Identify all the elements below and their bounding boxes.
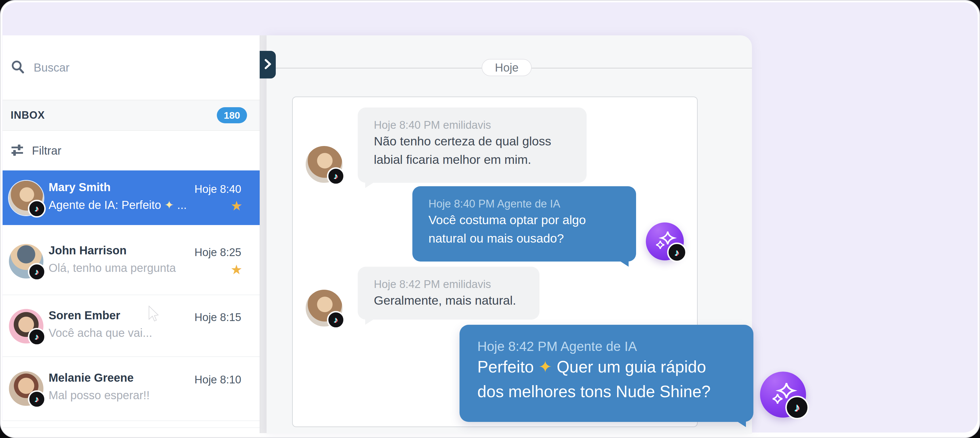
mouse-cursor bbox=[148, 306, 159, 324]
tiktok-icon: ♪ bbox=[327, 167, 345, 185]
customer-avatar: ♪ bbox=[305, 146, 342, 183]
conversation-preview: Você acha que vai... bbox=[49, 327, 260, 340]
filter-label: Filtrar bbox=[32, 144, 61, 157]
inbox-count-badge: 180 bbox=[217, 107, 247, 123]
avatar: ♪ bbox=[9, 309, 43, 343]
ai-agent-avatar: ♪ bbox=[760, 371, 806, 417]
chat-panel: Hoje ♪ Hoje 8:40 PM emilidavis Não tenho… bbox=[267, 35, 752, 434]
avatar: ♪ bbox=[9, 371, 43, 406]
message-text: Geralmente, mais natural. bbox=[374, 292, 523, 309]
message-text: dos melhores tons Nude Shine? bbox=[477, 379, 736, 403]
sparkles-icon: ✦ bbox=[164, 198, 174, 211]
sliders-icon bbox=[11, 143, 24, 158]
message-text: labial ficaria melhor em mim. bbox=[374, 151, 571, 168]
star-icon[interactable]: ★ bbox=[231, 263, 242, 276]
message-text: natural ou mais ousado? bbox=[428, 230, 620, 247]
conversation-time: Hoje 8:40 bbox=[194, 183, 241, 195]
message-text: Não tenho certeza de qual gloss bbox=[374, 132, 571, 150]
search-bar[interactable] bbox=[3, 35, 260, 100]
conversation-preview: Mal posso esperar!! bbox=[49, 389, 260, 402]
tiktok-icon: ♪ bbox=[667, 243, 687, 262]
search-icon bbox=[11, 59, 25, 76]
message-incoming-2: Hoje 8:42 PM emilidavis Geralmente, mais… bbox=[358, 267, 539, 320]
tiktok-icon: ♪ bbox=[28, 263, 46, 281]
message-text: Perfeito ✦ Quer um guia rápido bbox=[477, 355, 736, 379]
tiktok-icon: ♪ bbox=[327, 311, 345, 329]
conversation-time: Hoje 8:10 bbox=[194, 374, 241, 386]
app-window: INBOX 180 Filtrar ♪ Mary Smith Hoje 8:40… bbox=[0, 0, 980, 438]
message-meta: Hoje 8:40 PM Agente de IA bbox=[428, 198, 620, 210]
conversation-row-john-harrison[interactable]: ♪ John Harrison Hoje 8:25 Olá, tenho uma… bbox=[3, 225, 260, 295]
tiktok-icon: ♪ bbox=[28, 390, 46, 408]
conversation-preview: Olá, tenho uma pergunta bbox=[49, 262, 260, 275]
conversation-row-soren-ember[interactable]: ♪ Soren Ember Hoje 8:15 Você acha que va… bbox=[3, 295, 260, 357]
sidebar-chat-divider bbox=[260, 35, 267, 433]
customer-avatar: ♪ bbox=[305, 290, 342, 327]
message-text: Você costuma optar por algo bbox=[428, 211, 620, 229]
date-separator-pill: Hoje bbox=[482, 59, 532, 76]
search-input[interactable] bbox=[33, 61, 251, 75]
message-meta: Hoje 8:40 PM emilidavis bbox=[374, 119, 571, 131]
tiktok-icon: ♪ bbox=[785, 396, 809, 419]
sparkles-icon: ✦ bbox=[538, 357, 552, 376]
message-outgoing-1: Hoje 8:40 PM Agente de IA Você costuma o… bbox=[412, 186, 636, 262]
inbox-section-header: INBOX 180 bbox=[3, 100, 260, 131]
conversation-preview: Agente de IA: Perfeito ✦ ... bbox=[49, 198, 260, 211]
star-icon[interactable]: ★ bbox=[231, 199, 242, 213]
filter-button[interactable]: Filtrar bbox=[3, 131, 260, 170]
conversation-time: Hoje 8:25 bbox=[194, 246, 241, 259]
message-incoming-1: Hoje 8:40 PM emilidavis Não tenho certez… bbox=[358, 108, 587, 183]
message-outgoing-2: Hoje 8:42 PM Agente de IA Perfeito ✦ Que… bbox=[460, 325, 753, 422]
chevron-right-icon bbox=[262, 57, 274, 73]
conversation-row-mary-smith[interactable]: ♪ Mary Smith Hoje 8:40 Agente de IA: Per… bbox=[3, 170, 260, 225]
tiktok-icon: ♪ bbox=[28, 328, 46, 346]
message-meta: Hoje 8:42 PM emilidavis bbox=[374, 278, 523, 290]
ai-agent-avatar: ♪ bbox=[646, 222, 684, 260]
inbox-sidebar: INBOX 180 Filtrar ♪ Mary Smith Hoje 8:40… bbox=[3, 35, 260, 433]
sidebar-collapse-button[interactable] bbox=[260, 51, 276, 78]
message-meta: Hoje 8:42 PM Agente de IA bbox=[477, 338, 736, 354]
avatar: ♪ bbox=[9, 181, 43, 215]
conversation-row-melanie-greene[interactable]: ♪ Melanie Greene Hoje 8:10 Mal posso esp… bbox=[3, 357, 260, 421]
tiktok-icon: ♪ bbox=[28, 200, 46, 217]
avatar: ♪ bbox=[9, 244, 43, 278]
conversation-time: Hoje 8:15 bbox=[194, 311, 241, 324]
list-divider bbox=[3, 421, 260, 428]
conversation-card: ♪ Hoje 8:40 PM emilidavis Não tenho cert… bbox=[292, 97, 698, 427]
inbox-label: INBOX bbox=[11, 109, 45, 121]
